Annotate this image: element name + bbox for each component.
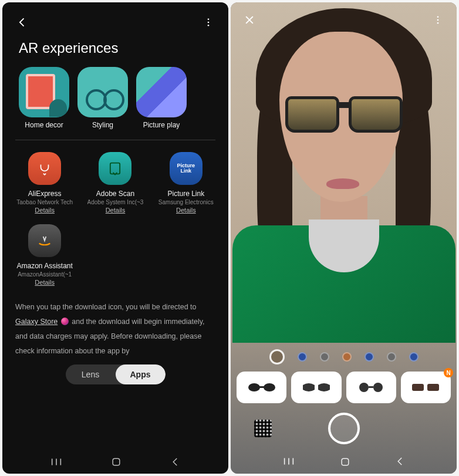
- divider: [15, 140, 215, 140]
- svg-rect-20: [427, 384, 439, 391]
- svg-rect-24: [342, 458, 349, 465]
- app-card-adobe-scan[interactable]: Adobe Scan Adobe System Inc(~3 Details: [81, 151, 149, 221]
- nav-home-button[interactable]: [339, 456, 351, 468]
- frame-option-2[interactable]: [291, 372, 341, 403]
- back-button[interactable]: [13, 13, 32, 32]
- svg-rect-15: [259, 386, 264, 388]
- nav-recents-button[interactable]: [50, 457, 63, 467]
- picture-play-icon: [136, 67, 187, 117]
- app-name: Picture Link: [167, 190, 204, 198]
- ar-experiences-screen: AR experiences Home decor Styling Pictur…: [2, 2, 228, 474]
- mode-segmented-control: Lens Apps: [66, 364, 166, 384]
- styling-icon: [77, 67, 128, 117]
- svg-point-16: [359, 383, 369, 392]
- svg-point-0: [208, 18, 210, 20]
- home-decor-icon: [19, 67, 69, 117]
- app-details-link[interactable]: Details: [35, 279, 55, 286]
- app-card-amazon-assistant[interactable]: Amazon Assistant AmazonAssistant(~1 Deta…: [11, 223, 79, 293]
- ar-card-label: Picture play: [143, 121, 180, 129]
- color-option-2[interactable]: [298, 352, 307, 362]
- svg-rect-3: [110, 163, 120, 174]
- ar-card-label: Styling: [92, 121, 113, 129]
- app-name: Amazon Assistant: [16, 262, 72, 270]
- ar-card-picture-play[interactable]: Picture play: [136, 67, 187, 129]
- picture-link-icon: PictureLink: [170, 152, 203, 185]
- app-subtitle: Adobe System Inc(~3: [87, 199, 144, 205]
- new-badge: N: [444, 368, 453, 377]
- svg-point-17: [373, 383, 383, 392]
- color-option-3[interactable]: [320, 352, 329, 362]
- app-name: AliExpress: [28, 190, 62, 198]
- info-prefix: When you tap the download icon, you will…: [15, 303, 197, 311]
- ar-card-label: Home decor: [25, 121, 63, 129]
- shutter-button[interactable]: [328, 413, 360, 444]
- amazon-assistant-icon: [28, 224, 61, 257]
- svg-rect-19: [412, 384, 424, 391]
- app-details-link[interactable]: Details: [106, 207, 126, 214]
- ar-experiences-row: Home decor Styling Picture play: [2, 67, 228, 140]
- app-name: Adobe Scan: [96, 190, 134, 198]
- color-option-1[interactable]: [269, 349, 285, 364]
- qr-thumbnail[interactable]: [254, 420, 272, 437]
- ar-tryon-screen: N: [231, 2, 457, 474]
- svg-point-11: [437, 19, 439, 21]
- app-subtitle: Samsung Electronics: [158, 199, 214, 205]
- svg-point-10: [437, 16, 439, 18]
- app-card-picture-link[interactable]: PictureLink Picture Link Samsung Electro…: [152, 151, 220, 221]
- ar-card-home-decor[interactable]: Home decor: [19, 67, 69, 129]
- app-subtitle: Taobao Network Tech: [16, 199, 73, 205]
- frame-option-1[interactable]: [237, 372, 286, 403]
- frame-option-3[interactable]: [346, 372, 396, 403]
- color-option-5[interactable]: [365, 352, 374, 362]
- frame-option-4[interactable]: N: [401, 372, 451, 403]
- galaxy-store-link[interactable]: Galaxy Store: [15, 318, 58, 326]
- tab-apps[interactable]: Apps: [116, 364, 166, 384]
- system-navbar: [237, 453, 451, 469]
- nav-back-button[interactable]: [170, 457, 181, 467]
- app-details-link[interactable]: Details: [35, 207, 55, 214]
- nav-recents-button[interactable]: [282, 456, 295, 468]
- aliexpress-icon: [28, 152, 61, 185]
- nav-back-button[interactable]: [395, 456, 406, 468]
- frame-selector: N: [237, 372, 451, 403]
- ar-sunglasses-overlay: [285, 96, 403, 137]
- more-options-button[interactable]: [199, 13, 218, 32]
- tab-lens[interactable]: Lens: [66, 364, 116, 384]
- app-grid: AliExpress Taobao Network Tech Details A…: [2, 151, 228, 293]
- app-subtitle: AmazonAssistant(~1: [18, 271, 72, 278]
- nav-home-button[interactable]: [110, 456, 122, 468]
- galaxy-store-icon: [61, 318, 69, 325]
- svg-rect-7: [113, 458, 120, 465]
- svg-point-14: [264, 383, 275, 391]
- download-info-text: When you tap the download icon, you will…: [2, 293, 228, 364]
- svg-rect-18: [369, 386, 373, 388]
- ar-card-styling[interactable]: Styling: [77, 67, 128, 129]
- color-option-7[interactable]: [409, 352, 419, 362]
- close-button[interactable]: [241, 12, 258, 28]
- app-details-link[interactable]: Details: [176, 207, 196, 214]
- color-selector: [269, 347, 419, 366]
- page-title: AR experiences: [2, 35, 228, 67]
- svg-point-13: [248, 383, 260, 391]
- more-options-button[interactable]: [430, 12, 446, 28]
- system-navbar: [2, 449, 228, 474]
- color-option-4[interactable]: [342, 352, 352, 362]
- svg-point-12: [437, 22, 439, 24]
- app-card-aliexpress[interactable]: AliExpress Taobao Network Tech Details: [11, 151, 79, 221]
- svg-point-2: [208, 25, 210, 26]
- svg-point-1: [208, 22, 210, 23]
- adobe-scan-icon: [99, 152, 131, 185]
- color-option-6[interactable]: [387, 352, 396, 362]
